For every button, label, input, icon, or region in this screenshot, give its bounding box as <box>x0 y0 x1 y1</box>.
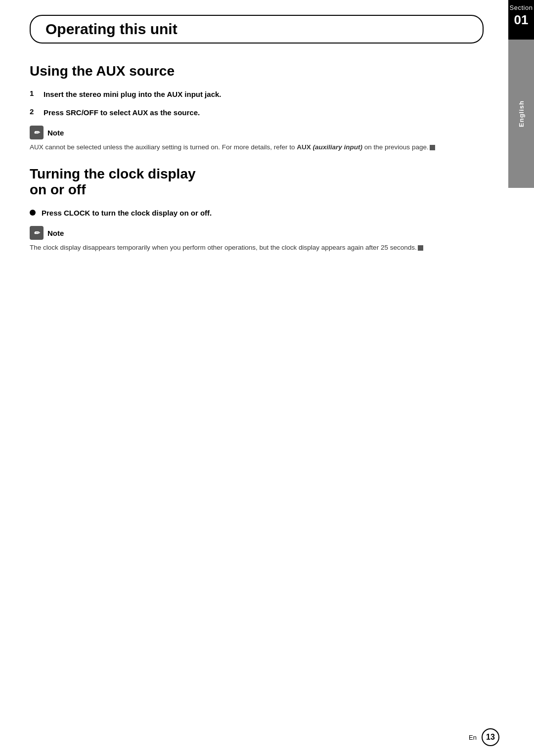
note-1-icon: ✏ <box>30 126 44 139</box>
note-2-text: The clock display disappears temporarily… <box>30 243 484 253</box>
footer-page-number: 13 <box>482 728 499 746</box>
footer-en-label: En <box>469 734 477 741</box>
header-bar: Operating this unit <box>30 15 484 44</box>
note-2-icon: ✏ <box>30 226 44 240</box>
step-2-text: Press SRC/OFF to select AUX as the sourc… <box>44 107 200 118</box>
note-2-title: Note <box>47 229 64 237</box>
language-label: English <box>518 100 525 127</box>
page-title: Operating this unit <box>45 21 178 38</box>
page-container: Section 01 English Operating this unit U… <box>0 0 534 756</box>
step-2: 2 Press SRC/OFF to select AUX as the sou… <box>30 107 484 118</box>
step-1-number: 1 <box>30 89 44 97</box>
end-square-2 <box>418 245 423 251</box>
section-tab-language: English <box>508 40 534 188</box>
note-2: ✏ Note The clock display disappears temp… <box>30 226 484 253</box>
note-2-header: ✏ Note <box>30 226 484 240</box>
footer: En 13 <box>469 728 499 746</box>
note-1-text: AUX cannot be selected unless the auxili… <box>30 142 484 152</box>
section-label-text: Section <box>510 4 533 11</box>
note-1-title: Note <box>47 129 64 137</box>
bullet-dot <box>30 210 36 216</box>
note-1-header: ✏ Note <box>30 126 484 139</box>
aux-section-title: Using the AUX source <box>30 63 484 79</box>
step-1: 1 Insert the stereo mini plug into the A… <box>30 89 484 99</box>
clock-bullet-step: Press CLOCK to turn the clock display on… <box>30 208 484 218</box>
section-tab: Section 01 <box>508 0 534 40</box>
section-number: 01 <box>514 13 529 26</box>
main-content: Operating this unit Using the AUX source… <box>0 0 508 756</box>
end-square-1 <box>430 145 435 150</box>
note-1: ✏ Note AUX cannot be selected unless the… <box>30 126 484 152</box>
step-1-text: Insert the stereo mini plug into the AUX… <box>44 89 221 99</box>
clock-bullet-text: Press CLOCK to turn the clock display on… <box>42 208 212 218</box>
step-2-number: 2 <box>30 107 44 116</box>
clock-section-title: Turning the clock display on or off <box>30 166 484 198</box>
